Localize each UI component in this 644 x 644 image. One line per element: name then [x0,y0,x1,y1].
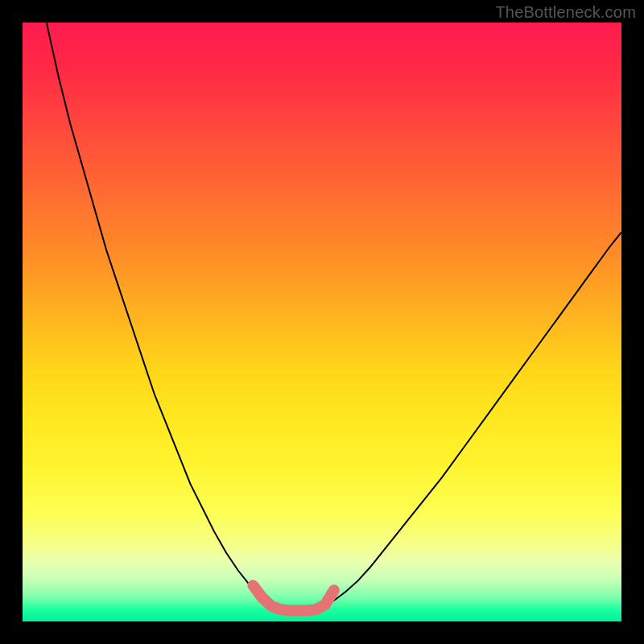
chart-svg [0,0,644,644]
series-highlight-band [253,585,333,610]
series-right-curve [322,232,621,606]
series-left-curve [47,23,275,606]
outer-frame: TheBottleneck.com [0,0,644,644]
watermark-text: TheBottleneck.com [495,3,636,22]
